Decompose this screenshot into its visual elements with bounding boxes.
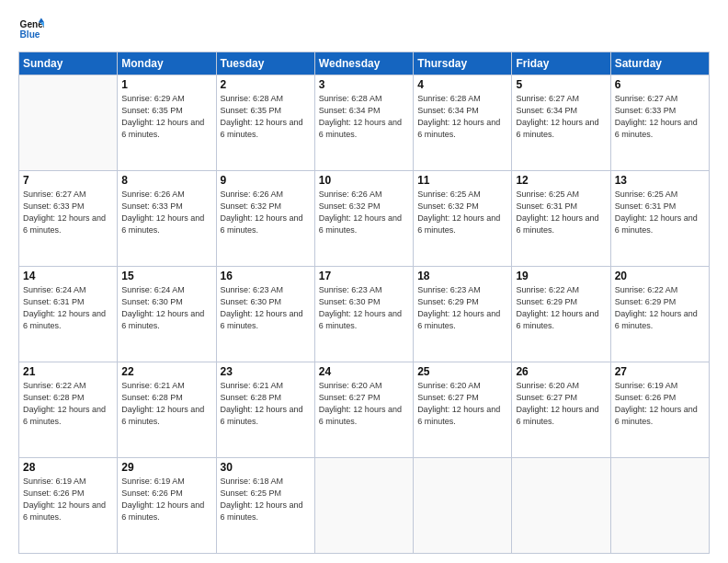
day-detail: Sunrise: 6:27 AMSunset: 6:34 PMDaylight:… [516, 93, 606, 141]
table-cell: 11Sunrise: 6:25 AMSunset: 6:32 PMDayligh… [414, 171, 512, 267]
day-detail: Sunrise: 6:21 AMSunset: 6:28 PMDaylight:… [121, 380, 211, 428]
day-number: 3 [319, 78, 409, 91]
day-detail: Sunrise: 6:19 AMSunset: 6:26 PMDaylight:… [23, 476, 113, 523]
day-detail: Sunrise: 6:23 AMSunset: 6:29 PMDaylight:… [417, 284, 507, 332]
col-friday: Friday [512, 52, 610, 75]
day-detail: Sunrise: 6:29 AMSunset: 6:35 PMDaylight:… [121, 93, 211, 141]
table-cell: 9Sunrise: 6:26 AMSunset: 6:32 PMDaylight… [216, 171, 314, 267]
table-cell: 29Sunrise: 6:19 AMSunset: 6:26 PMDayligh… [118, 458, 216, 554]
table-cell: 17Sunrise: 6:23 AMSunset: 6:30 PMDayligh… [314, 267, 413, 362]
day-number: 2 [221, 78, 311, 91]
day-number: 26 [516, 365, 606, 378]
day-detail: Sunrise: 6:25 AMSunset: 6:31 PMDaylight:… [615, 189, 705, 236]
day-number: 17 [319, 270, 409, 282]
col-saturday: Saturday [610, 52, 709, 75]
calendar-table: Sunday Monday Tuesday Wednesday Thursday… [18, 52, 710, 554]
day-number: 15 [121, 270, 211, 282]
day-detail: Sunrise: 6:18 AMSunset: 6:25 PMDaylight:… [221, 476, 311, 523]
table-cell: 25Sunrise: 6:20 AMSunset: 6:27 PMDayligh… [414, 362, 512, 458]
day-detail: Sunrise: 6:28 AMSunset: 6:35 PMDaylight:… [221, 93, 311, 141]
day-detail: Sunrise: 6:25 AMSunset: 6:32 PMDaylight:… [417, 189, 507, 236]
day-number: 24 [319, 365, 409, 378]
table-cell: 22Sunrise: 6:21 AMSunset: 6:28 PMDayligh… [118, 362, 216, 458]
day-detail: Sunrise: 6:28 AMSunset: 6:34 PMDaylight:… [319, 93, 409, 141]
table-cell: 7Sunrise: 6:27 AMSunset: 6:33 PMDaylight… [19, 171, 118, 267]
day-number: 19 [516, 270, 606, 282]
table-cell [610, 458, 709, 554]
day-number: 12 [516, 174, 606, 187]
day-detail: Sunrise: 6:26 AMSunset: 6:32 PMDaylight:… [221, 189, 311, 236]
table-cell: 28Sunrise: 6:19 AMSunset: 6:26 PMDayligh… [19, 458, 118, 554]
day-number: 28 [23, 461, 113, 474]
day-number: 22 [121, 365, 211, 378]
day-detail: Sunrise: 6:22 AMSunset: 6:28 PMDaylight:… [23, 380, 113, 428]
day-number: 11 [417, 174, 507, 187]
day-number: 13 [615, 174, 705, 187]
day-detail: Sunrise: 6:22 AMSunset: 6:29 PMDaylight:… [615, 284, 705, 332]
svg-text:Blue: Blue [20, 29, 40, 40]
table-cell: 3Sunrise: 6:28 AMSunset: 6:34 PMDaylight… [314, 75, 413, 171]
day-detail: Sunrise: 6:19 AMSunset: 6:26 PMDaylight:… [615, 380, 705, 428]
day-number: 23 [221, 365, 311, 378]
table-cell: 16Sunrise: 6:23 AMSunset: 6:30 PMDayligh… [216, 267, 314, 362]
day-detail: Sunrise: 6:20 AMSunset: 6:27 PMDaylight:… [417, 380, 507, 428]
day-detail: Sunrise: 6:25 AMSunset: 6:31 PMDaylight:… [516, 189, 606, 236]
day-number: 29 [121, 461, 211, 474]
table-cell: 14Sunrise: 6:24 AMSunset: 6:31 PMDayligh… [19, 267, 118, 362]
day-detail: Sunrise: 6:19 AMSunset: 6:26 PMDaylight:… [121, 476, 211, 523]
day-detail: Sunrise: 6:22 AMSunset: 6:29 PMDaylight:… [516, 284, 606, 332]
day-detail: Sunrise: 6:26 AMSunset: 6:33 PMDaylight:… [121, 189, 211, 236]
table-cell: 21Sunrise: 6:22 AMSunset: 6:28 PMDayligh… [19, 362, 118, 458]
table-cell: 23Sunrise: 6:21 AMSunset: 6:28 PMDayligh… [216, 362, 314, 458]
header: General Blue [18, 17, 710, 42]
table-cell: 12Sunrise: 6:25 AMSunset: 6:31 PMDayligh… [512, 171, 610, 267]
table-cell: 30Sunrise: 6:18 AMSunset: 6:25 PMDayligh… [216, 458, 314, 554]
day-detail: Sunrise: 6:23 AMSunset: 6:30 PMDaylight:… [319, 284, 409, 332]
day-detail: Sunrise: 6:23 AMSunset: 6:30 PMDaylight:… [221, 284, 311, 332]
table-cell: 26Sunrise: 6:20 AMSunset: 6:27 PMDayligh… [512, 362, 610, 458]
day-number: 27 [615, 365, 705, 378]
day-number: 30 [221, 461, 311, 474]
day-number: 20 [615, 270, 705, 282]
day-detail: Sunrise: 6:28 AMSunset: 6:34 PMDaylight:… [417, 93, 507, 141]
day-detail: Sunrise: 6:24 AMSunset: 6:31 PMDaylight:… [23, 284, 113, 332]
day-number: 1 [121, 78, 211, 91]
table-cell: 10Sunrise: 6:26 AMSunset: 6:32 PMDayligh… [314, 171, 413, 267]
day-number: 9 [221, 174, 311, 187]
table-cell: 15Sunrise: 6:24 AMSunset: 6:30 PMDayligh… [118, 267, 216, 362]
day-detail: Sunrise: 6:20 AMSunset: 6:27 PMDaylight:… [319, 380, 409, 428]
day-number: 8 [121, 174, 211, 187]
col-tuesday: Tuesday [216, 52, 314, 75]
logo: General Blue [18, 17, 48, 42]
table-cell: 27Sunrise: 6:19 AMSunset: 6:26 PMDayligh… [610, 362, 709, 458]
day-number: 5 [516, 78, 606, 91]
day-number: 7 [23, 174, 113, 187]
day-number: 18 [417, 270, 507, 282]
day-number: 25 [417, 365, 507, 378]
day-detail: Sunrise: 6:27 AMSunset: 6:33 PMDaylight:… [23, 189, 113, 236]
logo-icon: General Blue [18, 17, 44, 42]
day-detail: Sunrise: 6:26 AMSunset: 6:32 PMDaylight:… [319, 189, 409, 236]
table-cell: 20Sunrise: 6:22 AMSunset: 6:29 PMDayligh… [610, 267, 709, 362]
table-cell: 8Sunrise: 6:26 AMSunset: 6:33 PMDaylight… [118, 171, 216, 267]
table-cell: 1Sunrise: 6:29 AMSunset: 6:35 PMDaylight… [118, 75, 216, 171]
day-detail: Sunrise: 6:27 AMSunset: 6:33 PMDaylight:… [615, 93, 705, 141]
day-number: 14 [23, 270, 113, 282]
col-wednesday: Wednesday [314, 52, 413, 75]
day-number: 16 [221, 270, 311, 282]
col-monday: Monday [118, 52, 216, 75]
col-sunday: Sunday [19, 52, 118, 75]
calendar-header-row: Sunday Monday Tuesday Wednesday Thursday… [19, 52, 710, 75]
calendar-page: General Blue Sunday Monday Tuesday Wedne… [0, 0, 728, 563]
table-cell: 24Sunrise: 6:20 AMSunset: 6:27 PMDayligh… [314, 362, 413, 458]
table-cell: 2Sunrise: 6:28 AMSunset: 6:35 PMDaylight… [216, 75, 314, 171]
table-cell: 4Sunrise: 6:28 AMSunset: 6:34 PMDaylight… [414, 75, 512, 171]
table-cell [414, 458, 512, 554]
day-number: 21 [23, 365, 113, 378]
day-number: 6 [615, 78, 705, 91]
day-number: 4 [417, 78, 507, 91]
day-detail: Sunrise: 6:21 AMSunset: 6:28 PMDaylight:… [221, 380, 311, 428]
table-cell [512, 458, 610, 554]
table-cell: 6Sunrise: 6:27 AMSunset: 6:33 PMDaylight… [610, 75, 709, 171]
day-detail: Sunrise: 6:20 AMSunset: 6:27 PMDaylight:… [516, 380, 606, 428]
